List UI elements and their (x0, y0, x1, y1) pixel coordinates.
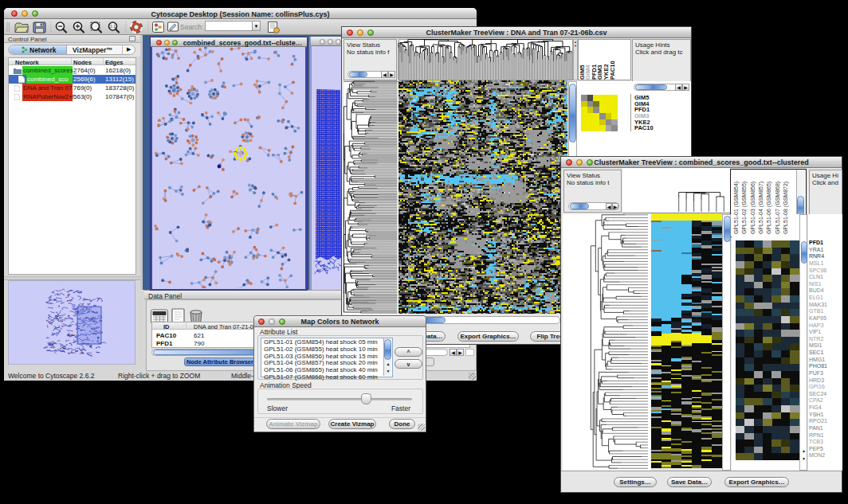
svg-text:GPL51-01 (GSM854): GPL51-01 (GSM854) (733, 182, 740, 234)
svg-text:PHO81: PHO81 (809, 363, 827, 369)
svg-text:MON2: MON2 (809, 452, 825, 458)
svg-text:VIP1: VIP1 (809, 329, 821, 334)
svg-text:MSI1: MSI1 (809, 342, 822, 348)
svg-text:PUF3: PUF3 (809, 370, 823, 376)
svg-text:NIS1: NIS1 (809, 281, 822, 287)
svg-text:YSH1: YSH1 (809, 412, 823, 417)
svg-text:MSL1: MSL1 (809, 260, 823, 266)
svg-text:PEP5: PEP5 (809, 446, 823, 451)
svg-text:HAP3: HAP3 (809, 322, 823, 328)
svg-text:HMG1: HMG1 (809, 357, 825, 362)
svg-text:CLN1: CLN1 (809, 274, 823, 279)
svg-text:RPO21: RPO21 (809, 418, 827, 424)
svg-text:TCB3: TCB3 (809, 439, 823, 444)
svg-text:KAP95: KAP95 (809, 315, 826, 321)
svg-text:GTB1: GTB1 (809, 308, 823, 314)
svg-text:GPL51-03 (GSM856): GPL51-03 (GSM856) (750, 182, 756, 234)
svg-text:GPI16: GPI16 (809, 384, 825, 389)
svg-text:MAK31: MAK31 (809, 302, 827, 307)
svg-text:CPA2: CPA2 (809, 397, 823, 403)
svg-text:PAC10: PAC10 (609, 61, 616, 80)
svg-text:BUD4: BUD4 (809, 287, 824, 293)
svg-text:SPC98: SPC98 (809, 268, 826, 273)
svg-text:FIG4: FIG4 (809, 404, 822, 410)
svg-text:NTR2: NTR2 (809, 336, 823, 342)
svg-text:SEC24: SEC24 (809, 391, 826, 397)
svg-text:PFD1: PFD1 (809, 240, 823, 245)
svg-text:PAC10: PAC10 (634, 124, 654, 131)
svg-text:RPN1: RPN1 (809, 432, 824, 438)
svg-text:GPL51-06 (GSM865): GPL51-06 (GSM865) (766, 182, 772, 234)
svg-text:ELG1: ELG1 (809, 295, 823, 300)
svg-text:YRA1: YRA1 (809, 247, 823, 252)
svg-text:GPL51-07 (GSM868): GPL51-07 (GSM868) (775, 182, 781, 234)
svg-text:PAN1: PAN1 (809, 425, 823, 431)
svg-text:RNR4: RNR4 (809, 253, 824, 259)
svg-text:SEC1: SEC1 (809, 350, 823, 355)
svg-text:GPL51-04 (GSM857): GPL51-04 (GSM857) (758, 182, 764, 234)
svg-text:1:1: 1:1 (110, 24, 116, 29)
svg-text:GPL51-08 (GSM872): GPL51-08 (GSM872) (783, 182, 789, 234)
svg-text:GPL51-02 (GSM855): GPL51-02 (GSM855) (741, 182, 748, 234)
svg-text:HRD3: HRD3 (809, 377, 824, 383)
